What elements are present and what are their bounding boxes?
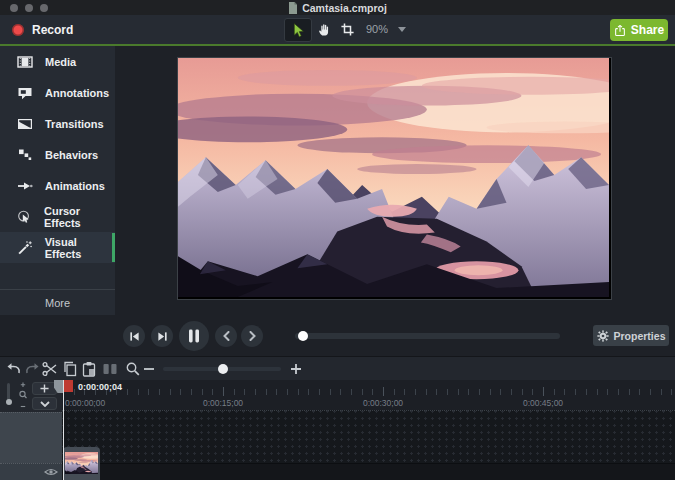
behaviors-icon [17,147,33,163]
chevron-down-icon [398,27,406,32]
sidebar: Media Annotations Transitions Behaviors … [0,46,115,315]
document-icon [288,2,298,14]
timeline-zoom-in-button[interactable] [288,361,304,377]
redo-button[interactable] [24,361,40,377]
timeline-zoom-slider[interactable] [163,367,281,371]
media-clip[interactable] [63,447,100,480]
animations-icon [17,178,33,194]
sidebar-more-button[interactable]: More [0,289,115,316]
timeline-zoom-icon[interactable] [125,361,141,377]
timeline-lower-strip [62,463,675,480]
ruler-label: 0:00:45;00 [523,398,563,408]
titlebar: Camtasia.cmproj [0,0,675,15]
track-visibility-eye-icon[interactable] [44,467,58,477]
cut-button[interactable] [42,361,58,377]
share-button[interactable]: Share [610,19,668,41]
undo-button[interactable] [6,361,22,377]
add-track-button[interactable] [32,382,57,395]
track-height-slider[interactable] [7,383,10,403]
track-header[interactable] [0,412,62,463]
record-button[interactable]: Record [12,15,73,44]
close-window-icon[interactable] [10,4,18,12]
traffic-lights[interactable] [10,4,48,12]
copy-button[interactable] [62,361,78,377]
plus-icon [40,384,49,393]
annotations-icon [17,85,33,101]
canvas-zoom-value: 90% [366,23,388,35]
track-height-knob[interactable] [6,399,12,405]
playhead-timecode: 0:00:00;04 [78,382,122,392]
step-forward-button[interactable] [151,325,173,347]
sidebar-item-animations[interactable]: Animations [0,170,115,201]
timeline: 0:00:00;00 0:00:15;00 0:00:30;00 0:00:45… [0,380,675,480]
zoom-window-icon[interactable] [40,4,48,12]
paste-button[interactable] [81,361,97,377]
hand-icon [317,22,332,37]
ruler-label: 0:00:15;00 [203,398,243,408]
ruler-label: 0:00:30;00 [363,398,403,408]
canvas-zoom-dropdown[interactable]: 90% [360,18,412,40]
sidebar-item-transitions[interactable]: Transitions [0,108,115,139]
record-icon [12,24,24,36]
sidebar-item-annotations[interactable]: Annotations [0,77,115,108]
timeline-toolbar [0,356,675,380]
select-tool-button[interactable] [284,18,312,42]
visual-effects-icon [17,240,33,256]
playhead-marker[interactable] [64,380,73,392]
timeline-left-controls [0,380,62,412]
timeline-ruler[interactable]: 0:00:00;00 0:00:15;00 0:00:30;00 0:00:45… [62,380,675,410]
chevron-down-icon [40,401,50,407]
sidebar-item-cursor-effects[interactable]: Cursor Effects [0,201,115,232]
properties-button[interactable]: Properties [593,325,669,346]
cursor-arrow-icon [291,23,305,38]
minimize-window-icon[interactable] [25,4,33,12]
sidebar-item-behaviors[interactable]: Behaviors [0,139,115,170]
step-forward-icon [157,331,168,342]
share-export-icon [614,24,626,37]
pan-tool-button[interactable] [313,18,335,40]
cursor-effects-icon [17,209,32,225]
playhead-line[interactable] [63,380,64,480]
playback-scrubber[interactable] [295,333,560,339]
step-back-icon [129,331,140,342]
vertical-zoom-control[interactable] [17,381,29,411]
video-frame-mountain-sunset [178,58,609,297]
timeline-zoom-out-button[interactable] [141,361,157,377]
crop-tool-button[interactable] [336,18,358,40]
playback-bar: Properties [0,315,675,356]
chevron-right-icon [248,331,257,341]
sidebar-item-visual-effects[interactable]: Visual Effects [0,232,115,263]
timeline-zoom-knob[interactable] [218,364,228,374]
pause-button[interactable] [179,321,209,351]
crop-icon [340,22,355,37]
transitions-icon [17,116,33,132]
next-clip-button[interactable] [241,325,263,347]
ruler-label: 0:00:00;00 [65,398,105,408]
track-header-controls [0,463,62,480]
media-icon [17,54,33,70]
sidebar-item-media[interactable]: Media [0,46,115,77]
main-toolbar: Record 90% Share [0,15,675,44]
split-button[interactable] [102,361,118,377]
step-back-button[interactable] [123,325,145,347]
playback-scrubber-knob[interactable] [298,331,308,341]
media-clip-thumbnail [65,452,98,474]
gear-icon [597,330,609,342]
previous-clip-button[interactable] [215,325,237,347]
video-canvas[interactable] [177,57,612,300]
preview-area [115,46,675,315]
chevron-left-icon [222,331,231,341]
pause-icon [188,329,200,343]
collapse-tracks-button[interactable] [32,397,57,410]
window-title: Camtasia.cmproj [288,2,387,14]
